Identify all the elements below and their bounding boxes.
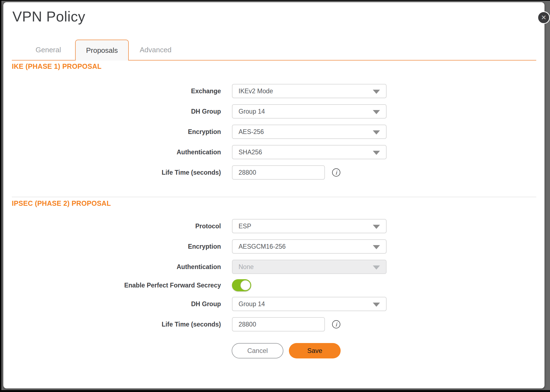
tab-proposals[interactable]: Proposals: [75, 40, 129, 61]
authentication-select[interactable]: SHA256: [232, 145, 387, 159]
section-heading-ike: IKE (PHASE 1) PROPOSAL: [12, 62, 102, 70]
form-row-exchange: Exchange IKEv2 Mode: [3, 84, 387, 98]
lifetime-label: Life Time (seconds): [3, 169, 221, 176]
lifetime-input[interactable]: [232, 165, 325, 180]
chevron-down-icon: [373, 110, 380, 114]
close-icon: ✕: [541, 14, 546, 21]
protocol-label: Protocol: [3, 223, 221, 230]
chevron-down-icon: [373, 265, 380, 270]
ipsec-authentication-value: None: [239, 263, 254, 271]
pfs-label: Enable Perfect Forward Secrecy: [3, 282, 221, 289]
ipsec-encryption-select[interactable]: AESGCM16-256: [232, 239, 387, 254]
chevron-down-icon: [373, 90, 380, 94]
tab-bar: General Proposals Advanced: [21, 40, 182, 61]
vpn-policy-dialog: ✕ VPN Policy General Proposals Advanced …: [3, 2, 544, 388]
dh-group-value: Group 14: [239, 108, 265, 115]
ipsec-authentication-select: None: [232, 260, 387, 274]
form-row-dh-group: DH Group Group 14: [3, 104, 387, 119]
ipsec-dh-group-label: DH Group: [3, 300, 221, 308]
ipsec-authentication-label: Authentication: [3, 263, 221, 271]
form-row-ipsec-encryption: Encryption AESGCM16-256: [3, 239, 387, 254]
close-button[interactable]: ✕: [537, 11, 550, 24]
ipsec-dh-group-value: Group 14: [239, 300, 265, 308]
form-row-lifetime: Life Time (seconds) i: [3, 165, 340, 180]
ipsec-dh-group-select[interactable]: Group 14: [232, 297, 387, 311]
ipsec-lifetime-label: Life Time (seconds): [3, 321, 221, 328]
info-icon[interactable]: i: [332, 168, 340, 177]
chevron-down-icon: [373, 245, 380, 249]
form-row-ipsec-dh-group: DH Group Group 14: [3, 297, 387, 311]
exchange-value: IKEv2 Mode: [239, 87, 273, 95]
form-row-protocol: Protocol ESP: [3, 219, 387, 233]
chevron-down-icon: [373, 151, 380, 155]
section-heading-ipsec: IPSEC (PHASE 2) PROPOSAL: [12, 199, 111, 207]
exchange-select[interactable]: IKEv2 Mode: [232, 84, 387, 98]
tab-general[interactable]: General: [21, 40, 75, 61]
chevron-down-icon: [373, 130, 380, 135]
encryption-select[interactable]: AES-256: [232, 125, 387, 139]
section-divider: [12, 197, 536, 197]
chevron-down-icon: [373, 225, 380, 229]
ipsec-lifetime-input[interactable]: [232, 317, 325, 331]
authentication-label: Authentication: [3, 149, 221, 156]
tab-advanced[interactable]: Advanced: [129, 40, 182, 61]
dh-group-label: DH Group: [3, 108, 221, 115]
form-row-ipsec-lifetime: Life Time (seconds) i: [3, 317, 340, 331]
dialog-actions: Cancel Save: [232, 343, 341, 358]
form-row-ipsec-authentication: Authentication None: [3, 260, 387, 274]
exchange-label: Exchange: [3, 87, 221, 95]
authentication-value: SHA256: [239, 149, 262, 156]
dialog-title: VPN Policy: [12, 8, 85, 25]
encryption-value: AES-256: [239, 128, 264, 136]
protocol-select[interactable]: ESP: [232, 219, 387, 233]
form-row-pfs: Enable Perfect Forward Secrecy: [3, 278, 251, 292]
info-icon[interactable]: i: [332, 320, 340, 328]
form-row-authentication: Authentication SHA256: [3, 145, 387, 159]
save-button[interactable]: Save: [289, 343, 341, 358]
protocol-value: ESP: [239, 223, 251, 230]
cancel-button[interactable]: Cancel: [232, 343, 283, 358]
toggle-knob: [240, 280, 250, 290]
ipsec-encryption-value: AESGCM16-256: [239, 243, 286, 250]
form-row-encryption: Encryption AES-256: [3, 125, 387, 139]
dh-group-select[interactable]: Group 14: [232, 104, 387, 119]
encryption-label: Encryption: [3, 128, 221, 136]
pfs-toggle[interactable]: [232, 279, 251, 291]
ipsec-encryption-label: Encryption: [3, 243, 221, 250]
chevron-down-icon: [373, 303, 380, 307]
